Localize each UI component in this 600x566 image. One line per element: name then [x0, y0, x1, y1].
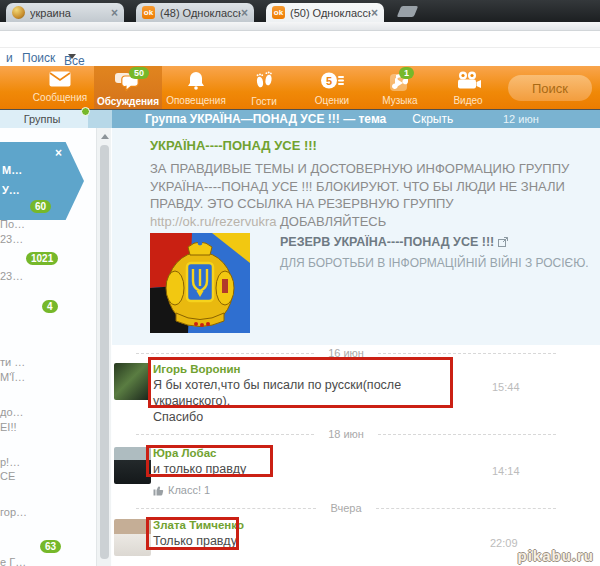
tab-close-icon[interactable]: ×	[111, 8, 118, 18]
toolbar-item-guests[interactable]: Гости	[230, 66, 298, 109]
date-divider: 18 июн	[112, 428, 580, 440]
browser-chrome-strip	[0, 22, 600, 31]
scrollbar-up-arrow[interactable]	[98, 130, 111, 143]
external-link-icon	[498, 236, 508, 250]
toolbar-item-ratings[interactable]: 5 Оценки	[298, 66, 366, 109]
card-group-title[interactable]: РЕЗЕРВ УКРАЇНА----ПОНАД УСЕ !!!	[280, 235, 589, 250]
envelope-icon	[49, 71, 71, 91]
topic-date: 12 июн	[503, 113, 539, 125]
discussion-list-sidebar: × М… У… 60 По… 23… 1021 23… 4 ти … М'Ї… …	[0, 128, 96, 566]
tab-title: украина	[30, 7, 111, 19]
tab-close-icon[interactable]: ×	[371, 8, 378, 18]
topic-post: УКРАЇНА----ПОНАД УСЕ !!! ЗА ПРАВДИВЫЕ ТЕ…	[112, 128, 600, 345]
browser-tab-ok-48[interactable]: ok (48) Одноклассники ×	[136, 3, 254, 22]
new-tab-button[interactable]	[397, 6, 418, 17]
unread-count-badge: 4	[42, 300, 58, 313]
unread-count-badge: 63	[40, 540, 61, 553]
thread-item-fragment[interactable]: р!…	[0, 456, 20, 468]
music-count-badge: 1	[399, 67, 414, 79]
footprints-icon	[254, 71, 274, 91]
svg-text:5: 5	[325, 75, 331, 87]
watermark: pikabu.ru	[517, 547, 594, 564]
thread-item-fragment[interactable]: е Г…	[0, 556, 26, 566]
thread-item-fragment[interactable]: СЕ	[0, 470, 15, 482]
topic-header-title: Группа УКРАЇНА—ПОНАД УСЕ !!! — тема	[145, 112, 386, 126]
thread-item-fragment[interactable]: М'Ї…	[0, 371, 25, 383]
tab-close-icon[interactable]: ×	[241, 8, 248, 18]
close-icon[interactable]: ×	[55, 146, 62, 160]
thread-item-fragment[interactable]: ЕІ!!	[0, 421, 17, 433]
chat-bubbles-icon: 50	[115, 71, 141, 91]
tab-title: (50) Одноклассники	[290, 7, 371, 19]
ratings-5-icon: 5	[320, 71, 345, 91]
toolbar-item-music[interactable]: 1 Музыка	[366, 66, 434, 109]
comment-time: 22:09	[490, 537, 518, 549]
toolbar-item-discussions[interactable]: 50 Обсуждения	[94, 66, 162, 109]
annotation-rectangle	[146, 445, 273, 477]
toolbar-item-notifications[interactable]: Оповещения	[162, 66, 230, 109]
avatar[interactable]	[114, 363, 151, 400]
card-group-subtitle: ДЛЯ БОРОТЬБИ В ІНФОРМАЦІЙНІЙ ВІЙНІ З РОС…	[280, 256, 589, 270]
toolbar-item-messages[interactable]: Сообщения	[26, 66, 94, 109]
tab-title: (48) Одноклассники	[160, 7, 241, 19]
coat-of-arms-image[interactable]	[150, 233, 250, 333]
thread-item-fragment[interactable]: 23…	[0, 270, 23, 282]
reserve-group-link[interactable]: http://ok.ru/rezervukra	[150, 214, 276, 229]
hide-topic-link[interactable]: Скрыть	[412, 112, 453, 126]
nav-cutoff-fragment: и	[6, 51, 13, 65]
post-body-text: ЗА ПРАВДИВЫЕ ТЕМЫ И ДОСТОВЕРНУЮ ИНФОРМАЦ…	[150, 160, 576, 230]
nav-search-link[interactable]: Поиск	[22, 51, 55, 65]
bell-icon	[186, 71, 206, 91]
unread-count-badge: 1021	[26, 252, 58, 265]
comments-section: 16 июн Игорь Воронин Я бы хотел,что бы п…	[112, 345, 600, 566]
ok-favicon-icon: ok	[272, 6, 285, 19]
topic-header-bar: Группа УКРАЇНА—ПОНАД УСЕ !!! — тема Скры…	[112, 110, 600, 128]
comment-time: 15:44	[492, 381, 520, 393]
thread-item-fragment[interactable]: до…	[0, 406, 24, 418]
sidebar-scrollbar[interactable]	[96, 128, 111, 566]
toolbar-search-button[interactable]: Поиск	[508, 75, 592, 101]
thread-item-fragment[interactable]: ти …	[0, 356, 25, 368]
chevron-down-icon	[68, 54, 76, 59]
ok-favicon-icon: ok	[142, 6, 155, 19]
thread-item-fragment[interactable]: По…	[0, 218, 25, 230]
annotation-rectangle	[146, 517, 239, 550]
discussions-count-badge: 50	[129, 67, 149, 79]
sidebar-tab-groups[interactable]: Группы	[0, 110, 88, 128]
top-nav-row: и Поиск Все проекты	[0, 47, 600, 67]
like-button[interactable]: Класс! 1	[153, 484, 600, 496]
thread-item-fragment[interactable]: 23…	[0, 233, 23, 245]
date-divider: Вчера	[112, 502, 580, 514]
ok-toolbar: Сообщения 50 Обсуждения Оповещения Гос	[0, 66, 600, 110]
thumbs-up-icon	[153, 485, 164, 496]
group-title-link[interactable]: УКРАЇНА----ПОНАД УСЕ !!!	[150, 138, 317, 153]
video-camera-icon	[455, 71, 481, 91]
thread-item-fragment[interactable]: гор…	[0, 506, 27, 518]
toolbar-item-video[interactable]: Видео	[434, 66, 502, 109]
globe-favicon-icon	[12, 6, 25, 19]
annotation-rectangle	[148, 357, 453, 408]
unread-count-badge: 60	[30, 200, 51, 213]
ok-discussions-panel: Группы Группа УКРАЇНА—ПОНАД УСЕ !!! — те…	[0, 110, 600, 566]
comment-time: 14:14	[492, 465, 520, 477]
browser-tab-bar: украина × ok (48) Одноклассники × ok (50…	[0, 0, 600, 22]
browser-tab-ok-50-active[interactable]: ok (50) Одноклассники ×	[266, 3, 384, 22]
browser-tab-ukraina[interactable]: украина ×	[6, 3, 124, 22]
attached-group-card: РЕЗЕРВ УКРАЇНА----ПОНАД УСЕ !!! ДЛЯ БОРО…	[150, 233, 590, 333]
topic-main-panel: УКРАЇНА----ПОНАД УСЕ !!! ЗА ПРАВДИВЫЕ ТЕ…	[112, 128, 600, 566]
scrollbar-thumb[interactable]	[100, 145, 109, 559]
unread-dot-icon	[81, 107, 90, 116]
